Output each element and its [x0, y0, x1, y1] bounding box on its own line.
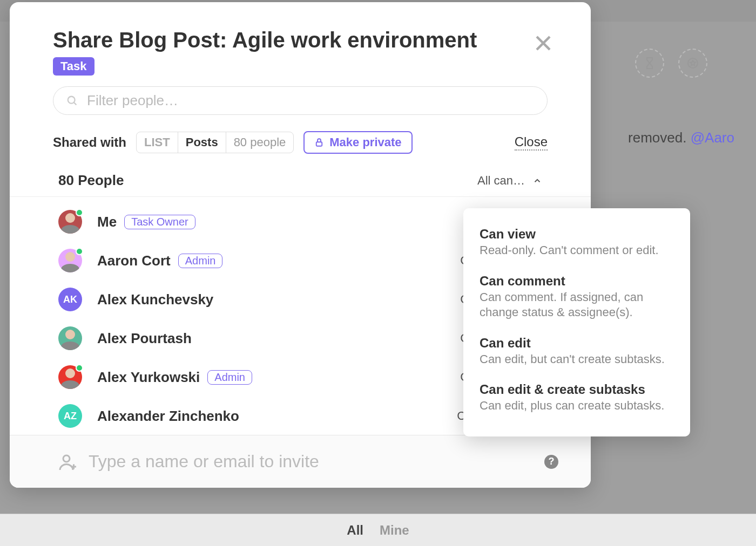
- avatar: [58, 210, 82, 234]
- svg-line-4: [74, 102, 77, 105]
- person-name: Alexander Zinchenko: [97, 408, 239, 425]
- people-count-label: 80 People: [58, 172, 124, 189]
- dropdown-option-title: Can edit: [480, 336, 674, 351]
- svg-point-6: [63, 455, 70, 462]
- background-mention: @Aaro: [691, 129, 734, 146]
- dropdown-option[interactable]: Can edit & create subtasksCan edit, plus…: [480, 377, 674, 424]
- dropdown-option-desc: Read-only. Can't comment or edit.: [480, 243, 674, 258]
- add-person-icon: [58, 452, 78, 472]
- person-name: Me: [97, 214, 117, 230]
- close-icon[interactable]: [534, 28, 553, 56]
- modal-header: Share Blog Post: Agile work environment …: [10, 2, 591, 86]
- help-icon[interactable]: ?: [544, 455, 558, 469]
- background-timer-circle: [635, 49, 664, 78]
- lock-icon: [314, 138, 324, 147]
- role-badge: Admin: [178, 254, 223, 268]
- segment-posts[interactable]: Posts: [178, 132, 226, 153]
- dropdown-option-desc: Can edit, but can't create subtasks.: [480, 352, 674, 367]
- search-icon: [66, 95, 78, 107]
- avatar: AZ: [58, 404, 82, 428]
- close-link[interactable]: Close: [515, 134, 548, 151]
- bottom-tab-all[interactable]: All: [347, 523, 363, 538]
- avatar: [58, 326, 82, 350]
- make-private-label: Make private: [329, 135, 401, 149]
- segment-count[interactable]: 80 people: [226, 132, 294, 153]
- make-private-button[interactable]: Make private: [303, 131, 412, 154]
- background-star-circle: [678, 49, 707, 78]
- all-can-dropdown[interactable]: All can…: [477, 174, 542, 188]
- avatar: [58, 365, 82, 389]
- dropdown-option-title: Can edit & create subtasks: [480, 382, 674, 397]
- role-badge: Task Owner: [124, 215, 195, 229]
- background-text: removed. @Aaro: [628, 129, 734, 146]
- dropdown-option[interactable]: Can commentCan comment. If assigned, can…: [480, 268, 674, 330]
- shared-with-row: Shared with LIST Posts 80 people Make pr…: [10, 126, 591, 159]
- invite-bar: ?: [10, 435, 591, 488]
- avatar: [58, 249, 82, 272]
- modal-title-block: Share Blog Post: Agile work environment …: [53, 28, 477, 76]
- background-removed-text: removed.: [628, 129, 686, 146]
- avatar: AK: [58, 288, 82, 311]
- bottom-tab-mine[interactable]: Mine: [380, 523, 409, 538]
- dropdown-option-desc: Can edit, plus can create subtasks.: [480, 398, 674, 414]
- dropdown-option-title: Can comment: [480, 274, 674, 289]
- search-input-wrap[interactable]: [53, 86, 548, 115]
- dropdown-option-title: Can view: [480, 227, 674, 242]
- person-name: Aaron Cort: [97, 252, 171, 269]
- dropdown-option-desc: Can comment. If assigned, can change sta…: [480, 290, 674, 320]
- search-row: [10, 86, 591, 126]
- online-indicator: [76, 248, 83, 255]
- chevron-up-icon: [532, 176, 542, 186]
- role-badge: Admin: [207, 370, 252, 385]
- online-indicator: [76, 364, 83, 372]
- shared-with-segmented: LIST Posts 80 people: [136, 132, 294, 153]
- person-name: Alex Pourtash: [97, 330, 192, 347]
- svg-rect-5: [316, 142, 322, 146]
- modal-title: Share Blog Post: Agile work environment: [53, 28, 477, 52]
- dropdown-option[interactable]: Can viewRead-only. Can't comment or edit…: [480, 221, 674, 268]
- person-name: Alex Kunchevsky: [97, 291, 213, 308]
- online-indicator: [76, 209, 83, 216]
- person-name: Alex Yurkowski: [97, 369, 200, 386]
- invite-input[interactable]: [89, 452, 534, 472]
- shared-with-label: Shared with: [53, 135, 126, 150]
- segment-list[interactable]: LIST: [137, 132, 178, 153]
- permissions-dropdown: Can viewRead-only. Can't comment or edit…: [463, 208, 690, 436]
- people-count-row: 80 People All can…: [10, 159, 591, 197]
- svg-point-3: [68, 96, 75, 103]
- dropdown-option[interactable]: Can editCan edit, but can't create subta…: [480, 330, 674, 377]
- all-can-label: All can…: [477, 174, 525, 188]
- task-badge: Task: [53, 57, 94, 76]
- background-bottom-tabs: All Mine: [0, 514, 756, 546]
- filter-people-input[interactable]: [87, 92, 534, 109]
